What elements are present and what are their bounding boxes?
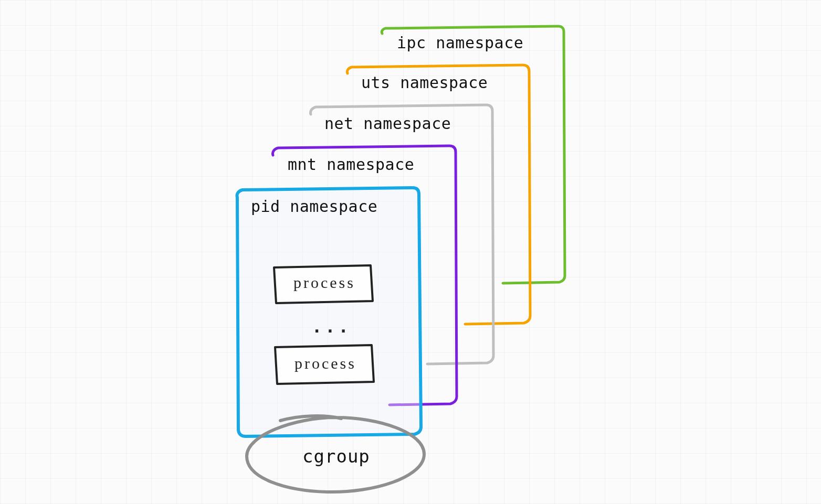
pid-namespace-label: pid namespace	[251, 197, 377, 216]
ipc-namespace-label: ipc namespace	[397, 34, 523, 52]
diagram-stage: ipc namespace uts namespace net namespac…	[0, 0, 821, 504]
process-top-label: process	[288, 274, 361, 292]
net-namespace-label: net namespace	[324, 114, 451, 133]
pid-namespace-border	[237, 188, 421, 436]
mnt-namespace-label: mnt namespace	[288, 155, 414, 174]
uts-namespace-label: uts namespace	[361, 73, 488, 92]
process-ellipsis: ...	[312, 317, 352, 337]
process-bottom-label: process	[289, 355, 362, 372]
cgroup-label: cgroup	[302, 446, 370, 467]
